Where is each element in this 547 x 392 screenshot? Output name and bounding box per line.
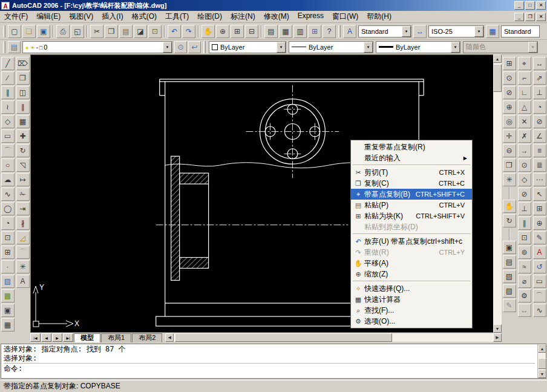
construction-line-button[interactable]: ∕ bbox=[1, 71, 15, 85]
tab-nav-last-button[interactable]: ▶| bbox=[63, 333, 73, 342]
zoom-center-button[interactable]: ⊕ bbox=[503, 100, 516, 114]
mdi-minimize-button[interactable]: _ bbox=[514, 13, 524, 21]
dim-diameter-button[interactable]: ⊘ bbox=[533, 115, 546, 128]
cut-clip-button[interactable]: ✂ bbox=[90, 25, 103, 38]
menu-tools[interactable]: 工具(T) bbox=[161, 10, 193, 23]
menu-item-quick-select[interactable]: ✧快速选择(Q)... bbox=[351, 283, 472, 294]
tolerance-button[interactable]: ⊞ bbox=[533, 202, 546, 215]
scroll-down-button[interactable]: ▼ bbox=[538, 370, 546, 378]
mdi-close-button[interactable]: ✕ bbox=[536, 13, 546, 21]
new-file-button[interactable]: ▢ bbox=[8, 25, 21, 38]
layer-dropdown[interactable]: ●☀▪□ 0 ▾ bbox=[22, 41, 172, 53]
explode-button[interactable]: ✳ bbox=[16, 260, 30, 273]
undo-button[interactable]: ↶ bbox=[168, 25, 181, 38]
vertical-scroll-thumb[interactable] bbox=[493, 64, 502, 92]
chevron-down-icon[interactable]: ▾ bbox=[277, 42, 286, 53]
menu-format[interactable]: 格式(O) bbox=[128, 10, 161, 23]
properties-palette-button[interactable]: ▤ bbox=[264, 25, 278, 38]
layer-properties-manager-button[interactable]: ▤ bbox=[8, 41, 21, 53]
drawing-canvas[interactable]: Y X 重复带基点复制(R)最近的输入▶✂剪切(T)CTRL+X❐复制(C)CT… bbox=[30, 54, 493, 333]
pan-tool-button[interactable]: ✋ bbox=[503, 200, 516, 213]
menu-item-copy[interactable]: ❐复制(C)CTRL+C bbox=[351, 178, 472, 189]
move-button[interactable]: ✚ bbox=[16, 129, 30, 143]
dim-edit-button[interactable]: ✎ bbox=[533, 231, 546, 244]
ellipse-button[interactable]: ◯ bbox=[1, 202, 15, 215]
snap-extension-button[interactable]: → bbox=[518, 144, 531, 157]
toolbar-grip[interactable] bbox=[3, 25, 5, 38]
region-button[interactable]: ▣ bbox=[1, 304, 15, 317]
draworder-back-button[interactable]: ▤ bbox=[503, 255, 516, 269]
command-scroll-track[interactable] bbox=[538, 353, 546, 370]
linetype-dropdown[interactable]: ByLayer ▾ bbox=[289, 41, 373, 53]
redraw-button[interactable]: ✎ bbox=[503, 299, 516, 312]
line-button[interactable]: ╱ bbox=[1, 57, 15, 70]
snap-nearest-button[interactable]: ≈ bbox=[518, 260, 531, 273]
distance-button[interactable]: ↔ bbox=[518, 304, 531, 317]
stretch-button[interactable]: ↦ bbox=[16, 173, 30, 186]
menu-express[interactable]: Express bbox=[293, 10, 328, 23]
menu-dimension[interactable]: 标注(N) bbox=[226, 10, 260, 23]
dim-style-manager-button[interactable]: ↔ bbox=[413, 25, 427, 38]
point-button[interactable]: · bbox=[1, 260, 15, 273]
break-button[interactable]: ∦ bbox=[16, 217, 30, 230]
erase-button[interactable]: ⌦ bbox=[16, 57, 30, 70]
minimize-button[interactable]: _ bbox=[514, 1, 524, 10]
text-style-dropdown[interactable]: Standard ▾ bbox=[358, 25, 411, 38]
scale-button[interactable]: ◹ bbox=[16, 158, 30, 172]
command-input-area[interactable]: 选择对象: 指定对角点: 找到 87 个选择对象: 命令: bbox=[1, 344, 537, 378]
match-properties-button[interactable]: ◪ bbox=[134, 25, 147, 38]
arc-button[interactable]: ⌒ bbox=[1, 144, 15, 157]
horizontal-scroll-thumb[interactable] bbox=[175, 333, 392, 342]
draworder-under-button[interactable]: ▨ bbox=[503, 284, 516, 298]
quickcalc-button[interactable]: ⊞ bbox=[308, 25, 321, 38]
copy-object-button[interactable]: ❐ bbox=[16, 71, 30, 85]
pan-realtime-button[interactable]: ✋ bbox=[201, 25, 215, 38]
menu-item-paste-as-block[interactable]: ⊞粘贴为块(K)CTRL+SHIFT+V bbox=[351, 211, 472, 221]
dim-style-dropdown[interactable]: ISO-25 ▾ bbox=[428, 25, 484, 38]
dim-text-edit-button[interactable]: A bbox=[533, 246, 546, 259]
fillet-button[interactable]: ⌒ bbox=[16, 246, 30, 259]
chevron-down-icon[interactable]: ▾ bbox=[364, 42, 373, 53]
zoom-previous-button[interactable]: ⊟ bbox=[245, 25, 258, 38]
zoom-extents-button[interactable]: ✳ bbox=[503, 173, 516, 186]
snap-tangent-button[interactable]: ⊘ bbox=[518, 188, 531, 201]
menu-item-find[interactable]: ⌕查找(F)... bbox=[351, 305, 472, 316]
tab-layout1[interactable]: 布局1 bbox=[101, 333, 131, 342]
snap-from-button[interactable]: ⌐ bbox=[518, 71, 531, 85]
draworder-front-button[interactable]: ▣ bbox=[503, 241, 516, 254]
vertical-scroll-track[interactable] bbox=[493, 63, 502, 324]
zoom-window-button[interactable]: ⊞ bbox=[231, 25, 244, 38]
polygon-button[interactable]: ◇ bbox=[1, 115, 15, 128]
extend-button[interactable]: ⇥ bbox=[16, 202, 30, 215]
text-style-manager-button[interactable]: A bbox=[343, 25, 356, 38]
chevron-down-icon[interactable]: ▾ bbox=[474, 26, 483, 37]
table-style-dropdown[interactable]: Standard bbox=[501, 25, 540, 38]
open-file-button[interactable]: ❏ bbox=[22, 25, 36, 38]
menu-draw[interactable]: 绘图(D) bbox=[193, 10, 226, 23]
scroll-up-button[interactable]: ▲ bbox=[538, 344, 546, 353]
menu-view[interactable]: 视图(V) bbox=[65, 10, 97, 23]
make-block-button[interactable]: ⊞ bbox=[1, 246, 15, 259]
mirror-button[interactable]: ◫ bbox=[16, 86, 30, 99]
dim-style-button[interactable]: ▭ bbox=[533, 275, 546, 288]
tab-nav-prev-button[interactable]: ◀ bbox=[41, 333, 51, 342]
insert-block-button[interactable]: ⊡ bbox=[1, 231, 15, 244]
zoom-in-button[interactable]: ✛ bbox=[503, 129, 516, 143]
menu-modify[interactable]: 修改(M) bbox=[260, 10, 293, 23]
temporary-track-point-button[interactable]: ⌖ bbox=[518, 57, 531, 70]
plot-preview-button[interactable]: ◱ bbox=[71, 25, 84, 38]
toolbar-grip[interactable] bbox=[3, 41, 5, 53]
maximize-button[interactable]: □ bbox=[525, 1, 535, 10]
scroll-up-button[interactable]: ▲ bbox=[493, 54, 502, 63]
ellipse-arc-button[interactable]: ◔ bbox=[1, 217, 15, 230]
tab-nav-next-button[interactable]: ▶ bbox=[52, 333, 62, 342]
dim-arc-length-button[interactable]: ⌒ bbox=[533, 289, 546, 302]
menu-window[interactable]: 窗口(W) bbox=[328, 10, 362, 23]
help-button[interactable]: ? bbox=[323, 25, 336, 38]
spline-button[interactable]: ∿ bbox=[1, 188, 15, 201]
table-button[interactable]: ▦ bbox=[1, 318, 15, 332]
toolbar-grip[interactable] bbox=[203, 41, 206, 53]
zoom-window-r-button[interactable]: ⊞ bbox=[503, 57, 516, 70]
command-prompt[interactable]: 命令: bbox=[4, 364, 535, 373]
paste-clip-button[interactable]: ▤ bbox=[119, 25, 133, 38]
